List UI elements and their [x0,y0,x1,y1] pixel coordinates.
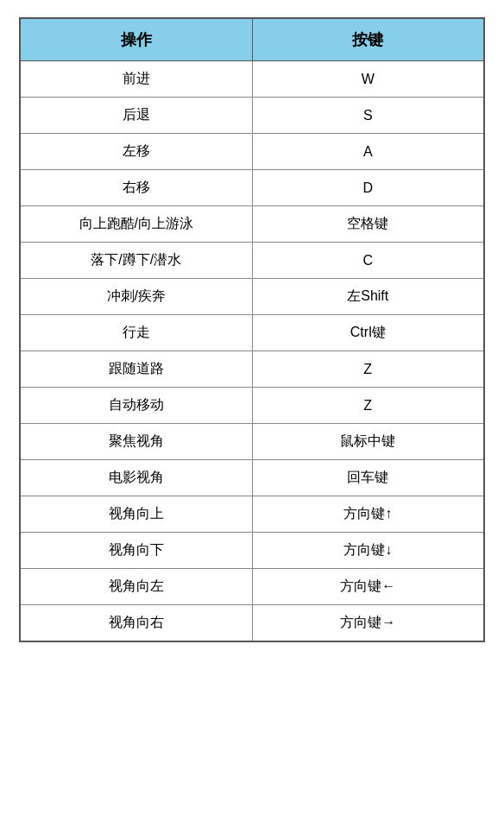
header-action: 操作 [20,18,252,61]
cell-key: 方向键← [252,569,484,605]
cell-action: 落下/蹲下/潜水 [20,243,252,279]
table-row: 前进W [20,61,484,98]
table-row: 视角向右方向键→ [20,605,484,642]
cell-action: 右移 [20,170,252,206]
cell-action: 聚焦视角 [20,424,252,460]
cell-key: C [252,243,484,279]
table-row: 视角向左方向键← [20,569,484,605]
cell-key: Ctrl键 [252,315,484,351]
cell-key: A [252,134,484,170]
cell-action: 行走 [20,315,252,351]
cell-key: 回车键 [252,460,484,496]
cell-key: 方向键→ [252,605,484,642]
cell-action: 自动移动 [20,388,252,424]
cell-action: 前进 [20,61,252,98]
table-row: 冲刺/疾奔左Shift [20,279,484,315]
cell-key: 空格键 [252,206,484,243]
table-row: 视角向下方向键↓ [20,533,484,569]
cell-key: W [252,61,484,98]
cell-action: 视角向左 [20,569,252,605]
keybind-table: 操作 按键 前进W后退S左移A右移D向上跑酷/向上游泳空格键落下/蹲下/潜水C冲… [19,17,485,642]
cell-action: 后退 [20,98,252,134]
table-row: 跟随道路Z [20,351,484,388]
cell-action: 视角向右 [20,605,252,642]
cell-action: 向上跑酷/向上游泳 [20,206,252,243]
table-row: 自动移动Z [20,388,484,424]
cell-key: S [252,98,484,134]
table-row: 电影视角回车键 [20,460,484,496]
table-row: 视角向上方向键↑ [20,496,484,533]
cell-key: 方向键↑ [252,496,484,533]
page-wrapper: 操作 按键 前进W后退S左移A右移D向上跑酷/向上游泳空格键落下/蹲下/潜水C冲… [0,0,504,840]
table-row: 落下/蹲下/潜水C [20,243,484,279]
cell-key: D [252,170,484,206]
cell-key: 左Shift [252,279,484,315]
cell-key: Z [252,351,484,388]
cell-action: 电影视角 [20,460,252,496]
cell-key: 鼠标中键 [252,424,484,460]
table-header-row: 操作 按键 [20,18,484,61]
table-row: 后退S [20,98,484,134]
cell-action: 冲刺/疾奔 [20,279,252,315]
table-row: 聚焦视角鼠标中键 [20,424,484,460]
cell-action: 视角向上 [20,496,252,533]
cell-action: 跟随道路 [20,351,252,388]
header-key: 按键 [252,18,484,61]
table-row: 向上跑酷/向上游泳空格键 [20,206,484,243]
cell-key: Z [252,388,484,424]
table-row: 左移A [20,134,484,170]
cell-action: 视角向下 [20,533,252,569]
table-row: 右移D [20,170,484,206]
cell-key: 方向键↓ [252,533,484,569]
table-row: 行走Ctrl键 [20,315,484,351]
cell-action: 左移 [20,134,252,170]
